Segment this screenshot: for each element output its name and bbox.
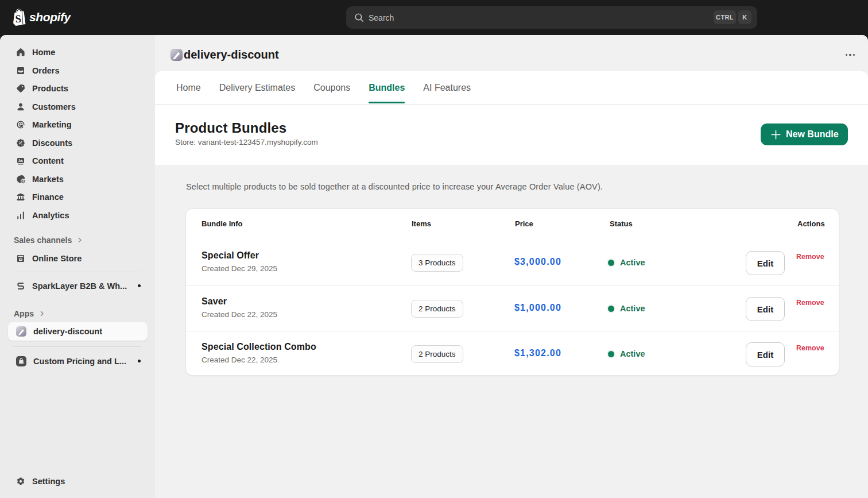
svg-text:shopify: shopify: [29, 10, 71, 24]
svg-text:S: S: [15, 13, 22, 25]
